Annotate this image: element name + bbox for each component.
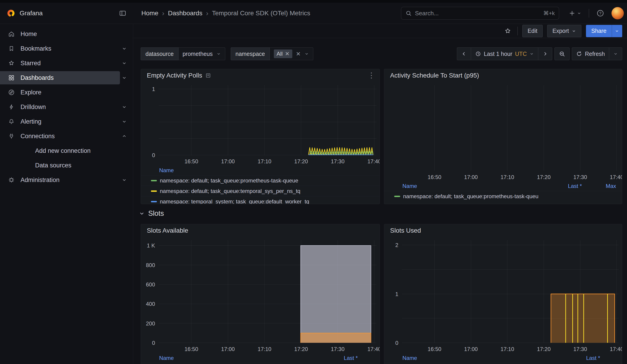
timeseries-chart[interactable]: 16:5017:0017:1017:2017:3017:400200400600…	[141, 237, 380, 353]
export-button[interactable]: Export	[547, 25, 581, 37]
time-shift-back-button[interactable]	[457, 48, 471, 60]
legend-row: namespace: temporal_system; task_queue:d…	[141, 196, 380, 204]
search-box[interactable]: ⌘+k	[401, 7, 559, 20]
sidebar-item-alerting[interactable]: Alerting	[0, 114, 133, 129]
compass-icon	[7, 89, 15, 96]
time-range-group: Last 1 hour UTC	[457, 48, 552, 60]
legend-header-name[interactable]: Name	[159, 167, 374, 174]
panel-menu-icon[interactable]: ⋮	[368, 71, 375, 80]
toolbar-divider	[517, 27, 518, 35]
sidebar-item-add-new-connection[interactable]: Add new connection	[0, 144, 133, 158]
zoom-out-time-button[interactable]	[555, 48, 570, 60]
legend-header-name[interactable]: Name	[402, 183, 538, 189]
chevron-down-icon[interactable]	[121, 177, 127, 183]
share-button[interactable]: Share	[586, 25, 612, 37]
clear-all-icon[interactable]: ✕	[296, 51, 301, 57]
legend-header-name[interactable]: Name	[159, 355, 330, 361]
row-header-title[interactable]: Slots	[148, 209, 164, 217]
legend-header-last[interactable]: Last *	[573, 355, 616, 361]
topbar-right-section: ⌘+k ?	[401, 7, 627, 20]
panel-title[interactable]: Slots Used	[390, 227, 421, 234]
favorite-dashboard-button[interactable]	[503, 26, 513, 36]
svg-text:17:10: 17:10	[258, 346, 271, 352]
panel-slots-used: Slots Used 16:5017:0017:1017:2017:3017:4…	[384, 224, 622, 364]
home-icon	[7, 31, 15, 37]
series-color-marker	[151, 190, 157, 192]
selected-value-chip[interactable]: All ✕	[274, 50, 292, 58]
sidebar-item-label: Bookmarks	[20, 45, 51, 52]
new-menu-button[interactable]	[567, 8, 583, 18]
svg-text:17:30: 17:30	[574, 174, 587, 180]
gear-icon	[7, 177, 15, 183]
sidebar-item-data-sources[interactable]: Data sources	[0, 158, 133, 173]
legend-series-name[interactable]: namespace: default; task_queue:prometheu…	[403, 193, 538, 200]
refresh-interval-button[interactable]	[609, 48, 622, 60]
legend-header-name[interactable]: Name	[402, 355, 573, 361]
svg-text:17:20: 17:20	[294, 158, 308, 164]
time-range-label: Last 1 hour	[484, 51, 512, 57]
sidebar-item-drilldown[interactable]: Drilldown	[0, 100, 133, 114]
row-header-slots[interactable]: Slots	[139, 208, 164, 219]
panel-description-icon[interactable]	[206, 73, 211, 78]
svg-text:200: 200	[146, 320, 155, 327]
panel-header[interactable]: Activity Schedule To Start (p95)	[384, 69, 622, 82]
sidebar-item-starred[interactable]: Starred	[0, 56, 133, 70]
namespace-select[interactable]: All ✕ ✕	[270, 48, 313, 60]
sidebar-item-administration[interactable]: Administration	[0, 173, 133, 187]
sidebar-item-label: Data sources	[35, 162, 71, 169]
brand-name: Grafana	[20, 9, 43, 17]
chevron-down-icon[interactable]	[121, 119, 127, 124]
chevron-down-icon[interactable]	[121, 104, 127, 110]
help-button[interactable]: ?	[595, 8, 606, 18]
legend-header-last[interactable]: Last *	[538, 183, 582, 189]
panel-activity-schedule-to-start: Activity Schedule To Start (p95) 16:5017…	[384, 69, 622, 204]
panel-title[interactable]: Slots Available	[147, 227, 188, 234]
timeseries-chart[interactable]: 16:5017:0017:1017:2017:3017:40012	[384, 237, 622, 353]
panel-header[interactable]: Slots Used	[384, 224, 622, 237]
svg-text:16:50: 16:50	[428, 174, 441, 180]
breadcrumb-dashboards[interactable]: Dashboards	[168, 9, 203, 17]
panel-header[interactable]: Empty Activity Polls ⋮	[141, 69, 380, 82]
plug-icon	[7, 133, 15, 139]
sidebar-item-bookmarks[interactable]: Bookmarks	[0, 41, 133, 56]
share-menu-button[interactable]	[612, 25, 622, 37]
svg-text:0: 0	[152, 152, 155, 158]
export-button-label: Export	[552, 28, 569, 34]
panel-title[interactable]: Empty Activity Polls	[147, 72, 202, 79]
breadcrumb-home[interactable]: Home	[141, 9, 158, 17]
time-shift-forward-button[interactable]	[538, 48, 552, 60]
panel-header[interactable]: Slots Available	[141, 224, 380, 237]
chevron-down-icon[interactable]	[121, 60, 127, 66]
chevron-down-icon[interactable]	[121, 46, 127, 51]
refresh-label: Refresh	[585, 51, 605, 57]
legend-header-max[interactable]: Max	[582, 183, 616, 189]
chevron-up-icon[interactable]	[121, 133, 127, 139]
timeseries-chart[interactable]: 16:5017:0017:1017:2017:3017:4001	[141, 82, 380, 166]
edit-button[interactable]: Edit	[522, 25, 543, 37]
legend-series-name[interactable]: namespace: temporal_system; task_queue:d…	[160, 199, 374, 204]
sidebar-item-connections[interactable]: Connections	[0, 129, 133, 144]
sidebar-item-home[interactable]: Home	[0, 27, 133, 41]
panel-legend: Name namespace: default; task_queue:prom…	[141, 166, 380, 204]
time-range-picker-button[interactable]: Last 1 hour UTC	[471, 48, 538, 60]
remove-value-icon[interactable]: ✕	[285, 51, 290, 57]
grafana-home-link[interactable]: Grafana	[6, 9, 43, 18]
search-input[interactable]	[415, 10, 540, 17]
timeseries-chart[interactable]: 16:5017:0017:1017:2017:3017:40	[384, 82, 622, 181]
legend-series-name[interactable]: namespace: default; task_queue:temporal_…	[160, 188, 374, 194]
panel-title[interactable]: Activity Schedule To Start (p95)	[390, 72, 479, 79]
sidebar-item-explore[interactable]: Explore	[0, 85, 133, 100]
legend-row: namespace: default; task_queue:prometheu…	[141, 175, 380, 186]
datasource-select[interactable]: prometheus	[179, 48, 225, 60]
sidebar-item-dashboards[interactable]: Dashboards	[0, 70, 133, 85]
panel-legend: Name Last * namespace: default; task_que…	[384, 353, 622, 364]
panel-legend: Name Last * namespace: default; task_que…	[141, 353, 380, 364]
user-avatar[interactable]	[612, 7, 624, 19]
chevron-down-icon[interactable]	[121, 75, 127, 81]
legend-header-last[interactable]: Last *	[330, 355, 374, 361]
legend-series-name[interactable]: namespace: default; task_queue:prometheu…	[160, 177, 374, 184]
sidebar-item-label: Administration	[20, 177, 59, 184]
dock-sidebar-button[interactable]	[118, 8, 128, 18]
timezone-label: UTC	[515, 51, 527, 57]
refresh-button[interactable]: Refresh	[572, 48, 609, 60]
